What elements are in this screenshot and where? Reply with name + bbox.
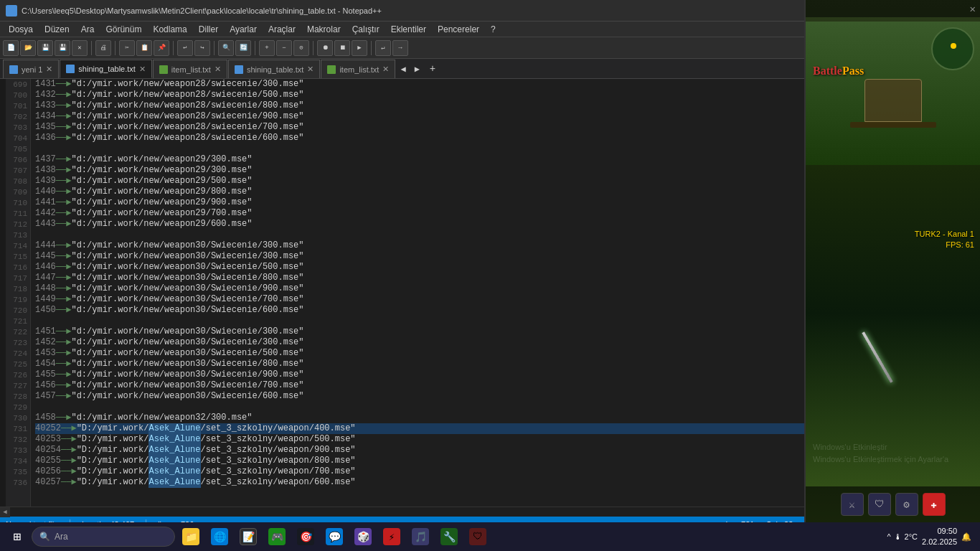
search-bar[interactable]: 🔍 Ara: [32, 527, 175, 547]
tb-saveall[interactable]: 💾: [55, 40, 70, 56]
tab-label-shining-active: shining_table.txt: [78, 65, 136, 73]
tb-close[interactable]: ✕: [72, 40, 88, 56]
tb-undo[interactable]: ↩: [177, 40, 193, 56]
taskbar-app3[interactable]: 🎯: [293, 524, 319, 550]
app7-icon: 🎵: [412, 528, 429, 545]
tab-scroll-right[interactable]: ▶: [410, 60, 424, 78]
tab-label-itemlist1: item_list.txt: [171, 65, 211, 74]
tb-save[interactable]: 💾: [37, 40, 53, 56]
tb-zoomout[interactable]: −: [276, 40, 292, 56]
tab-label-itemlist2: item_list.txt: [339, 65, 379, 74]
minimap: [931, 27, 974, 70]
taskbar-right: ^ 🌡 2°C 09:50 2.02.2025 🔔: [887, 526, 977, 548]
tb-print[interactable]: 🖨: [95, 40, 111, 56]
explorer-icon: 📁: [182, 528, 199, 545]
tb-open[interactable]: 📂: [20, 40, 36, 56]
tab-close-itemlist2[interactable]: ✕: [382, 65, 389, 74]
tab-yeni1[interactable]: yeni 1 ✕: [3, 60, 59, 78]
tb-copy[interactable]: 📋: [136, 40, 152, 56]
taskbar-app7[interactable]: 🎵: [407, 524, 433, 550]
menu-kodlama[interactable]: Kodlama: [147, 23, 192, 36]
menu-araclar[interactable]: Araçlar: [263, 23, 301, 36]
tab-shining-active[interactable]: shining_table.txt ✕: [60, 60, 152, 78]
tab-close-yeni1[interactable]: ✕: [46, 65, 52, 74]
app6-icon: ⚡: [383, 528, 400, 545]
menu-duzen[interactable]: Düzen: [39, 23, 75, 36]
tab-itemlist1[interactable]: item_list.txt ✕: [153, 60, 227, 78]
tb-macro-stop[interactable]: ⏹: [334, 40, 350, 56]
tb-macro-play[interactable]: ▶: [352, 40, 367, 56]
menu-ayarlar[interactable]: Ayarlar: [224, 23, 263, 36]
taskbar-app1[interactable]: 📝: [235, 524, 261, 550]
game-panel-close[interactable]: ✕: [970, 3, 976, 15]
menu-makrolar[interactable]: Makrolar: [301, 23, 347, 36]
tb-new[interactable]: 📄: [3, 40, 19, 56]
scroll-left-button[interactable]: ◀: [0, 507, 10, 517]
tb-wrap[interactable]: ↵: [375, 40, 391, 56]
sep5: [255, 41, 255, 55]
menu-help[interactable]: ?: [485, 23, 501, 36]
clock-time: 09:50: [922, 526, 957, 537]
game-pavilion: [850, 79, 936, 165]
game-icon-1[interactable]: ⚔: [841, 493, 864, 516]
tab-scroll-left[interactable]: ◀: [396, 60, 410, 78]
clock-date: 2.02.2025: [922, 537, 957, 547]
tb-indent[interactable]: →: [392, 40, 408, 56]
menu-calistir[interactable]: Çalıştır: [347, 23, 385, 36]
tab-label-yeni1: yeni 1: [22, 65, 42, 74]
taskbar-app8[interactable]: 🔧: [436, 524, 462, 550]
menu-ara[interactable]: Ara: [75, 23, 100, 36]
app5-icon: 🎲: [354, 528, 372, 545]
tab-close-shining2[interactable]: ✕: [307, 65, 314, 74]
temp-value: 2°C: [905, 532, 918, 541]
tb-find[interactable]: 🔍: [218, 40, 234, 56]
tab-icon-itemlist2: [327, 65, 336, 74]
tab-label-shining2: shining_table.txt: [247, 65, 304, 74]
windows-watermark: Windows'u Etkinleştir Windows'u Etkinleş…: [813, 441, 948, 465]
menu-diller[interactable]: Diller: [193, 23, 224, 36]
taskbar-app5[interactable]: 🎲: [350, 524, 376, 550]
temp-icon: 🌡: [894, 532, 902, 541]
start-button[interactable]: ⊞: [3, 522, 32, 551]
taskbar-edge[interactable]: 🌐: [207, 524, 232, 550]
taskbar-app2[interactable]: 🎮: [264, 524, 290, 550]
tab-icon-itemlist1: [159, 65, 168, 74]
game-icon-3[interactable]: ⚙: [895, 493, 918, 516]
temp-display: ^: [887, 532, 890, 541]
sep7: [371, 41, 372, 55]
sep3: [173, 41, 174, 55]
tab-close-shining-active[interactable]: ✕: [139, 65, 146, 74]
tab-itemlist2[interactable]: item_list.txt ✕: [321, 60, 395, 78]
window-title: C:\Users\leeq5\Desktop\Martysamwslik\Met…: [22, 6, 875, 15]
menu-gorunum[interactable]: Görünüm: [100, 23, 147, 36]
tab-shining2[interactable]: shining_table.txt ✕: [228, 60, 321, 78]
app1-icon: 📝: [240, 528, 257, 545]
edge-icon: 🌐: [211, 528, 228, 545]
tb-redo[interactable]: ↪: [194, 40, 210, 56]
taskbar-explorer[interactable]: 📁: [178, 524, 204, 550]
menu-pencereler[interactable]: Pencereler: [432, 23, 485, 36]
menu-eklentiler[interactable]: Eklentiler: [385, 23, 432, 36]
notification-button[interactable]: 🔔: [961, 532, 971, 542]
line-number-gutter: 699700701702703 704705706707708 70971071…: [6, 79, 31, 507]
game-icon-2[interactable]: 🛡: [868, 493, 891, 516]
notification-area: ^ 🌡 2°C: [887, 532, 918, 541]
menu-dosya[interactable]: Dosya: [3, 23, 39, 36]
tb-zoomreset[interactable]: ⊙: [293, 40, 309, 56]
tb-cut[interactable]: ✂: [119, 40, 135, 56]
tb-replace[interactable]: 🔄: [235, 40, 251, 56]
taskbar-app4[interactable]: 💬: [321, 524, 347, 550]
taskbar: ⊞ 🔍 Ara 📁 🌐 📝 🎮 🎯 💬 🎲 ⚡: [0, 522, 980, 551]
app-icon: [6, 5, 17, 17]
tb-macro-rec[interactable]: ⏺: [317, 40, 333, 56]
taskbar-app9[interactable]: 🛡: [465, 524, 491, 550]
taskbar-app-icons: 📁 🌐 📝 🎮 🎯 💬 🎲 ⚡ 🎵 🔧 �: [178, 524, 491, 550]
tb-zoomin[interactable]: +: [259, 40, 275, 56]
tab-close-itemlist1[interactable]: ✕: [215, 65, 221, 74]
steam-icon: 🎯: [297, 528, 314, 545]
search-label: Ara: [55, 532, 68, 542]
tab-new-button[interactable]: +: [424, 60, 441, 78]
tb-paste[interactable]: 📌: [154, 40, 169, 56]
game-icon-4[interactable]: ✚: [923, 493, 946, 516]
taskbar-app6[interactable]: ⚡: [379, 524, 405, 550]
